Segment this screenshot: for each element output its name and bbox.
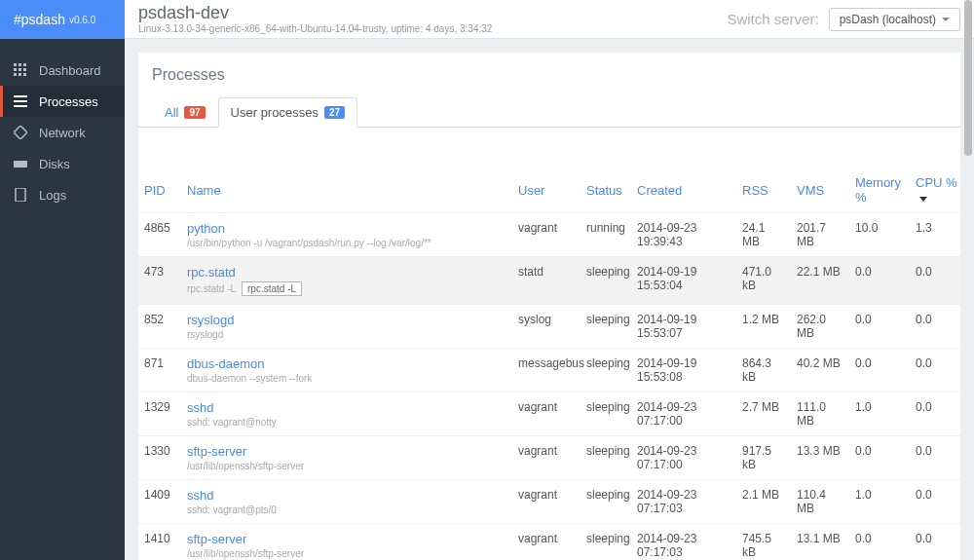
cell-pid: 1410 bbox=[138, 524, 181, 561]
cell-vms: 13.1 MB bbox=[791, 524, 849, 561]
process-table: PID Name User Status Created RSS VMS Mem… bbox=[138, 168, 960, 560]
process-name-link[interactable]: sftp-server bbox=[187, 444, 506, 459]
cell-status: sleeping bbox=[581, 305, 631, 349]
cell-vms: 262.0 MB bbox=[791, 305, 849, 349]
grid-icon bbox=[14, 63, 27, 77]
scrollbar-thumb[interactable] bbox=[964, 0, 972, 156]
cell-name: python/usr/bin/python -u /vagrant/psdash… bbox=[181, 213, 512, 257]
svg-rect-5 bbox=[23, 68, 26, 71]
col-pid[interactable]: PID bbox=[138, 168, 181, 213]
cell-rss: 864.3 kB bbox=[736, 349, 791, 392]
switch-server-value: psDash (localhost) bbox=[840, 13, 936, 26]
cell-cpu: 0.0 bbox=[910, 305, 960, 349]
brand[interactable]: # psdash v0.6.0 bbox=[0, 0, 125, 39]
sidebar-item-dashboard[interactable]: Dashboard bbox=[0, 55, 125, 86]
list-icon bbox=[14, 94, 27, 108]
col-rss[interactable]: RSS bbox=[736, 168, 791, 213]
nav-list: DashboardProcessesNetworkDisksLogs bbox=[0, 55, 125, 210]
table-row[interactable]: 1330sftp-server/usr/lib/openssh/sftp-ser… bbox=[138, 436, 960, 480]
table-row[interactable]: 852rsyslogdrsyslogdsyslogsleeping2014-09… bbox=[138, 305, 960, 349]
tab-label: All bbox=[165, 105, 178, 120]
cell-user: vagrant bbox=[512, 480, 581, 524]
process-name-link[interactable]: python bbox=[187, 221, 506, 236]
cmd-tooltip: rpc.statd -L bbox=[242, 281, 302, 296]
cell-pid: 1330 bbox=[138, 436, 181, 480]
cell-rss: 745.5 kB bbox=[736, 524, 791, 561]
cell-status: sleeping bbox=[581, 257, 631, 305]
tab-all[interactable]: All97 bbox=[152, 97, 218, 128]
table-row[interactable]: 1329sshdsshd: vagrant@nottyvagrantsleepi… bbox=[138, 392, 960, 436]
cell-vms: 40.2 MB bbox=[791, 349, 849, 392]
cell-mem: 0.0 bbox=[849, 349, 910, 392]
cell-vms: 111.0 MB bbox=[791, 392, 849, 436]
process-name-link[interactable]: dbus-daemon bbox=[187, 356, 506, 371]
cell-user: syslog bbox=[512, 305, 581, 349]
cell-cpu: 0.0 bbox=[910, 392, 960, 436]
table-row[interactable]: 1410sftp-server/usr/lib/openssh/sftp-ser… bbox=[138, 524, 960, 561]
sidebar-item-network[interactable]: Network bbox=[0, 117, 125, 148]
process-cmd: /usr/bin/python -u /vagrant/psdash/run.p… bbox=[187, 238, 506, 248]
sidebar-item-logs[interactable]: Logs bbox=[0, 179, 125, 210]
cell-vms: 22.1 MB bbox=[791, 257, 849, 305]
sidebar-item-label: Disks bbox=[39, 157, 70, 171]
svg-rect-10 bbox=[14, 100, 27, 102]
switch-server-dropdown[interactable]: psDash (localhost) bbox=[829, 8, 960, 31]
cell-created: 2014-09-19 15:53:04 bbox=[631, 257, 736, 305]
cell-cpu: 0.0 bbox=[910, 524, 960, 561]
cell-status: sleeping bbox=[581, 480, 631, 524]
process-name-link[interactable]: rsyslogd bbox=[187, 313, 506, 327]
table-row[interactable]: 871dbus-daemondbus-daemon --system --for… bbox=[138, 349, 960, 392]
cell-rss: 1.2 MB bbox=[736, 305, 791, 349]
cell-status: sleeping bbox=[581, 436, 631, 480]
page-subtitle: Linux-3.13.0-34-generic-x86_64-with-Ubun… bbox=[138, 23, 492, 34]
sidebar-item-processes[interactable]: Processes bbox=[0, 86, 125, 117]
col-user[interactable]: User bbox=[512, 168, 581, 213]
scrollbar[interactable] bbox=[964, 0, 972, 560]
table-row[interactable]: 473rpc.statdrpc.statd -Lrpc.statd -Lstat… bbox=[138, 257, 960, 305]
col-vms[interactable]: VMS bbox=[791, 168, 849, 213]
col-status[interactable]: Status bbox=[581, 168, 631, 213]
brand-version: v0.6.0 bbox=[69, 15, 95, 25]
cell-rss: 24.1 MB bbox=[736, 213, 791, 257]
network-icon bbox=[14, 126, 27, 139]
col-created[interactable]: Created bbox=[631, 168, 736, 213]
cell-user: vagrant bbox=[512, 392, 581, 436]
page-title: psdash-dev bbox=[138, 4, 492, 23]
svg-rect-9 bbox=[14, 95, 27, 97]
cell-user: vagrant bbox=[512, 436, 581, 480]
cell-cpu: 0.0 bbox=[910, 349, 960, 392]
sidebar-item-label: Logs bbox=[39, 188, 66, 203]
col-memory[interactable]: Memory % bbox=[849, 168, 910, 213]
cell-mem: 0.0 bbox=[849, 305, 910, 349]
panel-title: Processes bbox=[138, 53, 960, 90]
cell-mem: 1.0 bbox=[849, 392, 910, 436]
brand-hash: # bbox=[14, 12, 21, 27]
process-cmd: sshd: vagrant@notty bbox=[187, 417, 506, 428]
table-row[interactable]: 1409sshdsshd: vagrant@pts/0vagrantsleepi… bbox=[138, 480, 960, 524]
svg-rect-13 bbox=[16, 188, 25, 202]
process-name-link[interactable]: sftp-server bbox=[187, 532, 506, 546]
tab-badge: 27 bbox=[324, 106, 345, 119]
cell-cpu: 1.3 bbox=[910, 213, 960, 257]
cell-status: sleeping bbox=[581, 392, 631, 436]
table-row[interactable]: 4865python/usr/bin/python -u /vagrant/ps… bbox=[138, 213, 960, 257]
svg-rect-11 bbox=[14, 105, 27, 107]
cell-status: sleeping bbox=[581, 349, 631, 392]
tab-user-processes[interactable]: User processes27 bbox=[218, 97, 357, 128]
svg-rect-4 bbox=[19, 68, 21, 71]
col-cpu[interactable]: CPU % bbox=[910, 168, 960, 213]
cell-status: running bbox=[581, 213, 631, 257]
cell-rss: 471.0 kB bbox=[736, 257, 791, 305]
tab-badge: 97 bbox=[184, 106, 205, 119]
cell-user: messagebus bbox=[512, 349, 581, 392]
process-name-link[interactable]: sshd bbox=[187, 400, 506, 415]
cell-name: rpc.statdrpc.statd -Lrpc.statd -L bbox=[181, 257, 512, 305]
process-name-link[interactable]: sshd bbox=[187, 488, 506, 503]
cell-vms: 201.7 MB bbox=[791, 213, 849, 257]
cell-cpu: 0.0 bbox=[910, 480, 960, 524]
process-name-link[interactable]: rpc.statd bbox=[187, 265, 506, 280]
svg-rect-7 bbox=[19, 73, 21, 76]
sidebar-item-disks[interactable]: Disks bbox=[0, 148, 125, 179]
cell-created: 2014-09-19 15:53:07 bbox=[631, 305, 736, 349]
col-name[interactable]: Name bbox=[181, 168, 512, 213]
